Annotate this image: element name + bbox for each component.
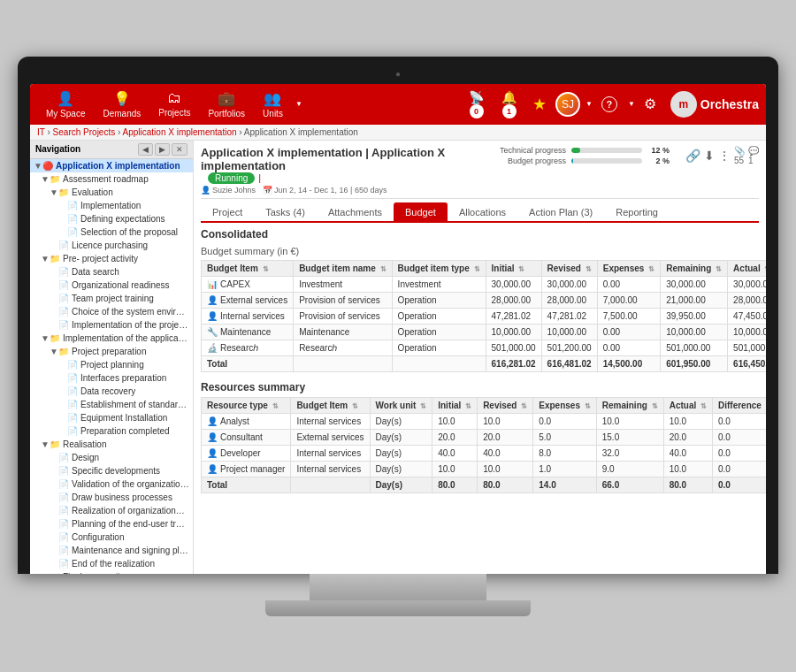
col-expenses[interactable]: Expenses ⇅	[597, 260, 660, 276]
nav-collapse-btn[interactable]: ◀	[138, 143, 153, 156]
tree-item-validation[interactable]: 📄 Validation of the organizational confi…	[30, 477, 193, 491]
tree-item-selection[interactable]: 📄 Selection of the proposal	[30, 225, 193, 239]
col-actual[interactable]: Actual ⇅	[728, 260, 766, 276]
tree-item-sys-env[interactable]: 📄 Choice of the system environment	[30, 305, 193, 318]
tree-item-proj-planning[interactable]: 📄 Project planning	[30, 358, 193, 371]
doc-icon: 📄	[58, 559, 69, 569]
col-res-remaining[interactable]: Remaining ⇅	[596, 397, 663, 413]
col-remaining[interactable]: Remaining ⇅	[661, 260, 728, 276]
nav-demands[interactable]: 💡 Demands	[94, 87, 149, 122]
tree-item-team-training[interactable]: 📄 Team project training	[30, 292, 193, 305]
user-avatar[interactable]: SJ	[555, 92, 580, 117]
tree-item-proj-prep[interactable]: ▼ 📁 Project preparation	[30, 345, 193, 358]
col-res-difference[interactable]: Difference ⇅	[713, 397, 767, 413]
tree-item-realiz-changes[interactable]: 📄 Realization of organizational changes	[30, 504, 193, 517]
tree-toggle: ▼	[41, 333, 50, 343]
tab-tasks[interactable]: Tasks (4)	[254, 202, 317, 221]
download-icon[interactable]: ⬇	[704, 149, 715, 163]
doc-icon: 📄	[58, 320, 69, 330]
tree-item-end-realiz[interactable]: 📄 End of the realization	[30, 557, 193, 570]
tree-item-spec-dev[interactable]: 📄 Specific developments	[30, 464, 193, 477]
settings-button[interactable]: ⚙	[639, 90, 662, 118]
nav-expand-btn[interactable]: ▶	[155, 143, 170, 156]
avatar-dropdown[interactable]: ▼	[586, 100, 593, 108]
help-button[interactable]: ?	[596, 91, 623, 118]
col-res-revised[interactable]: Revised ⇅	[478, 397, 533, 413]
help-dropdown[interactable]: ▼	[628, 100, 635, 108]
tree-item-impl-app[interactable]: ▼ 📁 Implementation of the application	[30, 332, 193, 345]
tree-item-final-prep[interactable]: ▼ 📁 Final preparation	[30, 570, 193, 574]
tree-item-defining[interactable]: 📄 Defining expectations	[30, 212, 193, 225]
star-button[interactable]: ★	[527, 89, 552, 119]
col-resource-type[interactable]: Resource type ⇅	[202, 397, 291, 413]
tree-item-enduser-training[interactable]: 📄 Planning of the end-user training	[30, 517, 193, 531]
res-revised-cell: 40.0	[478, 445, 533, 461]
nav-close-btn[interactable]: ✕	[172, 143, 188, 156]
progress-section: Technical progress 12 % Budget progress	[469, 146, 670, 167]
tree-item-design[interactable]: 📄 Design	[30, 451, 193, 464]
tree-item-maintenance-signing[interactable]: 📄 Maintenance and signing planning	[30, 544, 193, 557]
more-icon[interactable]: ⋮	[718, 149, 731, 163]
tree-item-implementation1[interactable]: 📄 Implementation	[30, 199, 193, 212]
col-res-actual[interactable]: Actual ⇅	[663, 397, 712, 413]
tab-action-plan[interactable]: Action Plan (3)	[517, 202, 604, 221]
nav-projects[interactable]: 🗂 Projects	[149, 87, 199, 121]
res-total-expenses: 14.0	[533, 477, 596, 493]
tab-project[interactable]: Project	[201, 202, 254, 221]
tree-item-realisation[interactable]: ▼ 📁 Realisation	[30, 438, 193, 451]
budget-name-cell: Provision of services	[294, 308, 392, 324]
breadcrumb-app[interactable]: Application X implementation	[123, 127, 237, 137]
tree-label: Implementation	[80, 201, 141, 210]
col-budget-item[interactable]: Budget Item ⇅	[202, 260, 294, 276]
col-res-expenses[interactable]: Expenses ⇅	[533, 397, 596, 413]
nav-portfolios[interactable]: 💼 Portfolios	[199, 87, 254, 122]
tree-item-prep-completed[interactable]: 📄 Preparation completed	[30, 424, 193, 438]
budget-type-cell: Operation	[392, 324, 486, 340]
budget-total-row: Total 616,281.02 616,481.02 14,500.00 60…	[202, 355, 767, 371]
tab-budget[interactable]: Budget	[394, 202, 448, 221]
col-work-unit[interactable]: Work unit ⇅	[370, 397, 432, 413]
tab-allocations[interactable]: Allocations	[448, 202, 517, 221]
breadcrumb-search[interactable]: Search Projects	[53, 127, 116, 137]
tree-item-data-search[interactable]: 📄 Data search	[30, 265, 193, 279]
remaining-cell: 10,000.00	[661, 324, 728, 340]
tree-item-licence[interactable]: 📄 Licence purchasing	[30, 239, 193, 252]
col-res-initial[interactable]: Initial ⇅	[432, 397, 478, 413]
tree-item-data-recovery[interactable]: 📄 Data recovery	[30, 385, 193, 398]
res-actual-cell: 10.0	[663, 413, 712, 429]
folder-icon: 📁	[50, 333, 60, 343]
tree-item-configuration[interactable]: 📄 Configuration	[30, 531, 193, 544]
tech-progress-bar	[571, 148, 642, 153]
actual-cell: 10,000.00	[728, 324, 766, 340]
notification-rss[interactable]: 📡 0	[462, 87, 491, 122]
col-budget-type[interactable]: Budget item type ⇅	[392, 260, 486, 276]
tree-item-evaluation[interactable]: ▼ 📁 Evaluation	[30, 186, 193, 199]
tree-item-draw-biz[interactable]: 📄 Draw business processes	[30, 491, 193, 504]
col-revised[interactable]: Revised ⇅	[541, 260, 597, 276]
nav-units[interactable]: 👥 Units	[254, 87, 292, 122]
tree-item-impl-team[interactable]: 📄 Implementation of the project team	[30, 318, 193, 332]
tab-reporting[interactable]: Reporting	[604, 202, 670, 221]
tree-label: Team project training	[72, 294, 154, 303]
tree-item-root[interactable]: ▼ 🔴 Application X implementation	[30, 159, 193, 172]
col-initial[interactable]: Initial ⇅	[486, 260, 541, 276]
tree-item-org-readiness[interactable]: 📄 Organizational readiness	[30, 279, 193, 292]
tree-item-pre-project[interactable]: ▼ 📁 Pre- project activity	[30, 252, 193, 265]
breadcrumb-it[interactable]: IT	[37, 127, 45, 137]
col-budget-name[interactable]: Budget item name ⇅	[294, 260, 392, 276]
nav-myspace[interactable]: 👤 My Space	[37, 87, 94, 122]
share-icon[interactable]: 🔗	[685, 149, 700, 163]
res-difference-cell: 0.0	[713, 429, 767, 445]
consolidated-title: Consolidated	[201, 228, 759, 241]
budget-item-cell: 👤External services	[202, 292, 294, 308]
tree-item-equipment[interactable]: 📄 Equipment Installation	[30, 411, 193, 424]
notification-bell[interactable]: 🔔 1	[494, 87, 524, 122]
col-res-budget-item[interactable]: Budget Item ⇅	[291, 397, 370, 413]
tab-attachments[interactable]: Attachments	[317, 202, 394, 221]
tree-root-label: Application X implementation	[56, 161, 180, 171]
tree-item-assessment[interactable]: ▼ 📁 Assessment roadmap	[30, 172, 193, 186]
tree-item-interfaces[interactable]: 📄 Interfaces preparation	[30, 371, 193, 385]
folder-icon: 📁	[50, 174, 60, 184]
tree-item-standards[interactable]: 📄 Establishment of standards and procedu…	[30, 398, 193, 411]
nav-dropdown-arrow[interactable]: ▼	[295, 100, 302, 108]
